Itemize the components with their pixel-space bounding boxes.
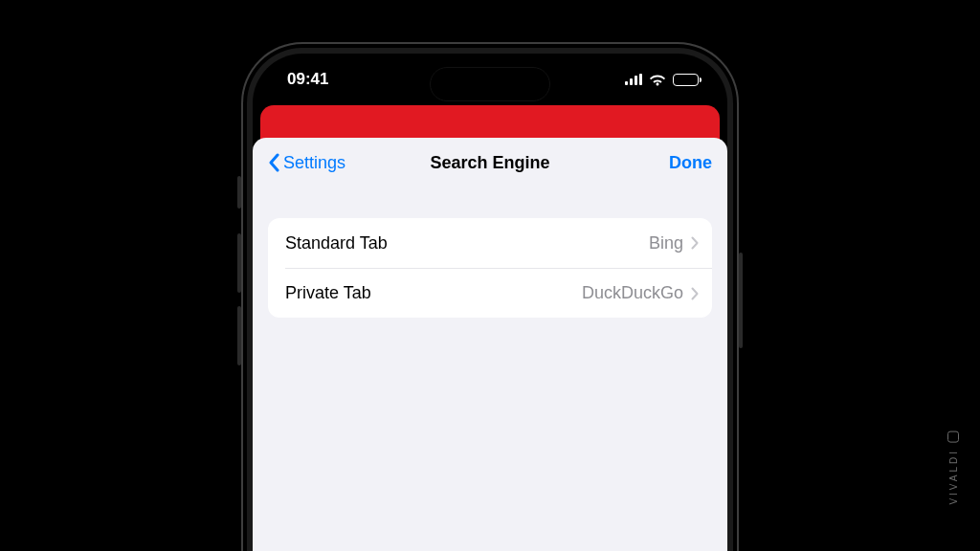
row-label: Standard Tab: [285, 233, 649, 253]
wifi-icon: [649, 74, 666, 86]
standard-tab-row[interactable]: Standard Tab Bing: [268, 218, 712, 268]
chevron-right-icon: [691, 236, 699, 250]
phone-screen: 09:41 Settings Search Engine Done: [253, 54, 727, 551]
nav-bar: Settings Search Engine Done: [253, 138, 727, 187]
volume-up-button: [237, 233, 241, 293]
chevron-left-icon: [268, 153, 279, 172]
mute-switch: [237, 176, 241, 209]
settings-sheet: Settings Search Engine Done Standard Tab…: [253, 138, 727, 551]
status-time: 09:41: [287, 70, 328, 89]
power-button: [739, 253, 743, 348]
row-value: DuckDuckGo: [582, 283, 683, 303]
row-label: Private Tab: [285, 283, 582, 303]
row-value: Bing: [649, 233, 683, 253]
battery-icon: [673, 74, 699, 86]
watermark: VIVALDI: [947, 431, 959, 505]
watermark-text: VIVALDI: [948, 449, 959, 505]
search-engine-list: Standard Tab Bing Private Tab DuckDuckGo: [268, 218, 712, 318]
phone-frame: 09:41 Settings Search Engine Done: [241, 42, 739, 551]
back-button[interactable]: Settings: [268, 153, 345, 173]
private-tab-row[interactable]: Private Tab DuckDuckGo: [285, 268, 712, 318]
status-bar: 09:41: [253, 54, 727, 105]
status-icons: [625, 74, 699, 86]
back-label: Settings: [283, 153, 345, 173]
volume-down-button: [237, 306, 241, 365]
vivaldi-logo-icon: [947, 431, 959, 443]
dynamic-island: [430, 67, 550, 101]
page-title: Search Engine: [430, 153, 549, 173]
done-button[interactable]: Done: [669, 153, 712, 173]
cellular-signal-icon: [625, 74, 642, 85]
chevron-right-icon: [691, 287, 699, 300]
